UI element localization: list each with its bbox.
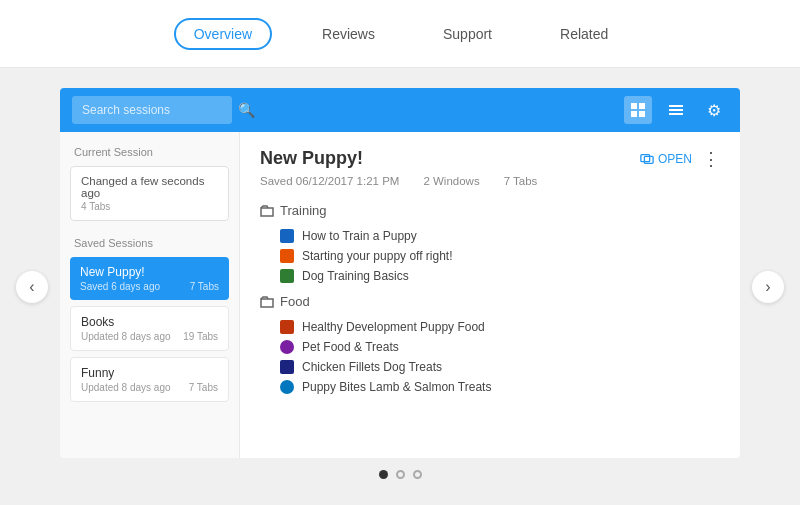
content-area: New Puppy! OPEN ⋮ Saved 06/12/2017 1:21 … [240, 132, 740, 458]
favicon [280, 320, 294, 334]
tab-item: Pet Food & Treats [260, 337, 720, 357]
folder-icon [260, 295, 274, 309]
more-options-button[interactable]: ⋮ [702, 150, 720, 168]
saved-date: Saved 06/12/2017 1:21 PM [260, 175, 399, 187]
nav-tab-related[interactable]: Related [542, 20, 626, 48]
pagination [60, 458, 740, 485]
favicon [280, 249, 294, 263]
pagination-dot-1[interactable] [396, 470, 405, 479]
windows-count: 2 Windows [423, 175, 479, 187]
tab-item: Dog Training Basics [260, 266, 720, 286]
current-session-label: Current Session [70, 146, 229, 158]
saved-item-sub: Updated 8 days ago7 Tabs [81, 382, 218, 393]
saved-item-title: Funny [81, 366, 218, 380]
svg-rect-3 [639, 111, 645, 117]
saved-sessions-list: New Puppy! Saved 6 days ago7 Tabs Books … [70, 257, 229, 402]
tab-title: Puppy Bites Lamb & Salmon Treats [302, 380, 491, 394]
svg-rect-8 [644, 156, 653, 163]
saved-item-title: New Puppy! [80, 265, 219, 279]
tab-item: How to Train a Puppy [260, 226, 720, 246]
favicon [280, 380, 294, 394]
settings-button[interactable]: ⚙ [700, 96, 728, 124]
saved-item-new-puppy[interactable]: New Puppy! Saved 6 days ago7 Tabs [70, 257, 229, 300]
tab-title: Dog Training Basics [302, 269, 409, 283]
tab-title: Pet Food & Treats [302, 340, 399, 354]
group-training: Training How to Train a Puppy Starting y… [260, 203, 720, 286]
search-icon[interactable]: 🔍 [238, 102, 255, 118]
saved-item-title: Books [81, 315, 218, 329]
prev-arrow[interactable]: ‹ [16, 271, 48, 303]
grid-view-button[interactable] [624, 96, 652, 124]
next-arrow[interactable]: › [752, 271, 784, 303]
tab-title: Healthy Development Puppy Food [302, 320, 485, 334]
tabs-count: 7 Tabs [504, 175, 538, 187]
list-view-button[interactable] [662, 96, 690, 124]
current-session-card: Changed a few seconds ago 4 Tabs [70, 166, 229, 221]
toolbar: 🔍 ⚙ [60, 88, 740, 132]
nav-tab-support[interactable]: Support [425, 20, 510, 48]
sidebar: Current Session Changed a few seconds ag… [60, 132, 240, 458]
nav-tab-reviews[interactable]: Reviews [304, 20, 393, 48]
tab-item: Healthy Development Puppy Food [260, 317, 720, 337]
svg-rect-2 [631, 111, 637, 117]
nav-tabs: OverviewReviewsSupportRelated [174, 18, 627, 50]
current-session-tabs: 4 Tabs [81, 201, 218, 212]
header: OverviewReviewsSupportRelated [0, 0, 800, 68]
favicon [280, 269, 294, 283]
folder-icon [260, 204, 274, 218]
open-label: OPEN [658, 152, 692, 166]
content-meta: Saved 06/12/2017 1:21 PM 2 Windows 7 Tab… [260, 175, 720, 187]
open-button[interactable]: OPEN [640, 152, 692, 166]
tab-item: Chicken Fillets Dog Treats [260, 357, 720, 377]
open-icon [640, 152, 654, 166]
saved-item-sub: Saved 6 days ago7 Tabs [80, 281, 219, 292]
tab-item: Starting your puppy off right! [260, 246, 720, 266]
svg-rect-5 [669, 109, 683, 111]
favicon [280, 360, 294, 374]
tab-title: Chicken Fillets Dog Treats [302, 360, 442, 374]
search-input[interactable] [72, 96, 232, 124]
pagination-dot-0[interactable] [379, 470, 388, 479]
content-header: New Puppy! OPEN ⋮ [260, 148, 720, 169]
saved-item-funny[interactable]: Funny Updated 8 days ago7 Tabs [70, 357, 229, 402]
groups-container: Training How to Train a Puppy Starting y… [260, 203, 720, 397]
tab-title: Starting your puppy off right! [302, 249, 453, 263]
svg-rect-1 [639, 103, 645, 109]
saved-item-sub: Updated 8 days ago19 Tabs [81, 331, 218, 342]
toolbar-icons: ⚙ [624, 96, 728, 124]
pagination-dot-2[interactable] [413, 470, 422, 479]
favicon [280, 229, 294, 243]
favicon [280, 340, 294, 354]
session-title: New Puppy! [260, 148, 640, 169]
group-label: Food [260, 294, 720, 309]
tab-title: How to Train a Puppy [302, 229, 417, 243]
body: Current Session Changed a few seconds ag… [60, 132, 740, 458]
main-area: ‹ 🔍 ⚙ [0, 68, 800, 505]
current-session-title: Changed a few seconds ago [81, 175, 218, 199]
svg-rect-6 [669, 113, 683, 115]
svg-rect-0 [631, 103, 637, 109]
svg-rect-4 [669, 105, 683, 107]
saved-item-books[interactable]: Books Updated 8 days ago19 Tabs [70, 306, 229, 351]
svg-rect-7 [641, 154, 650, 161]
nav-tab-overview[interactable]: Overview [174, 18, 272, 50]
saved-sessions-label: Saved Sessions [70, 237, 229, 249]
tab-item: Puppy Bites Lamb & Salmon Treats [260, 377, 720, 397]
group-food: Food Healthy Development Puppy Food Pet … [260, 294, 720, 397]
group-label: Training [260, 203, 720, 218]
session-manager: 🔍 ⚙ Current S [60, 88, 740, 458]
